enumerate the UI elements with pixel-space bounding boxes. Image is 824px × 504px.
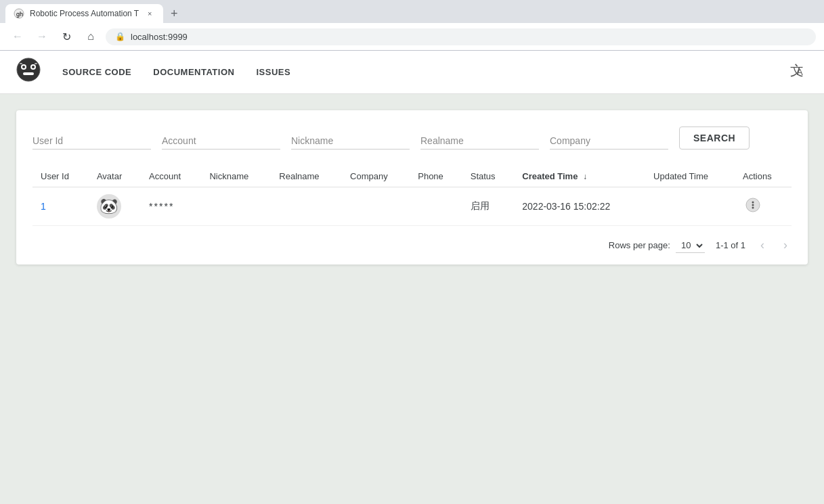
tab-bar: gh Robotic Process Automation T × +	[0, 0, 824, 23]
svg-point-15	[752, 206, 754, 208]
pagination: Rows per page: 10 25 50 1-1 of 1 ‹ ›	[32, 237, 792, 254]
nickname-filter	[291, 133, 410, 150]
svg-point-13	[752, 201, 754, 203]
cell-nickname	[201, 187, 271, 226]
col-realname: Realname	[271, 166, 342, 187]
user-id-link[interactable]: 1	[41, 201, 46, 212]
page-info: 1-1 of 1	[716, 240, 745, 250]
cell-account: *****	[141, 187, 201, 226]
address-bar: ← → ↻ ⌂ 🔒 localhost:9999	[0, 23, 824, 50]
new-tab-button[interactable]: +	[165, 4, 183, 23]
header-row: User Id Avatar Account Nickname Realname	[32, 166, 792, 187]
users-table: User Id Avatar Account Nickname Realname	[32, 166, 792, 226]
tab-favicon: gh	[14, 8, 24, 19]
avatar: 🐼	[97, 194, 121, 219]
nav-source-code[interactable]: SOURCE CODE	[62, 67, 131, 77]
cell-user-id: 1	[32, 187, 89, 226]
app-logo-icon	[16, 58, 41, 87]
col-status: Status	[462, 166, 515, 187]
created-time-value: 2022-03-16 15:02:22	[522, 201, 610, 212]
svg-text:A: A	[797, 67, 803, 77]
svg-rect-9	[35, 63, 37, 64]
main-content: SEARCH User Id Avatar Account Nickname	[0, 94, 824, 281]
table-body: 1 🐼 *****	[32, 187, 792, 226]
cell-status: 启用	[462, 187, 515, 226]
refresh-button[interactable]: ↻	[57, 27, 76, 46]
search-filters: SEARCH	[32, 127, 792, 150]
user-id-input[interactable]	[32, 133, 151, 150]
avatar-container: 🐼	[97, 194, 133, 219]
lock-icon: 🔒	[115, 32, 125, 41]
status-badge: 启用	[471, 200, 490, 211]
back-button[interactable]: ←	[8, 27, 27, 46]
col-nickname: Nickname	[201, 166, 271, 187]
col-avatar: Avatar	[89, 166, 141, 187]
col-phone: Phone	[410, 166, 462, 187]
svg-rect-8	[20, 63, 22, 64]
main-nav: SOURCE CODE DOCUMENTATION ISSUES	[62, 67, 790, 77]
rows-per-page-label: Rows per page:	[609, 240, 670, 250]
active-tab[interactable]: gh Robotic Process Automation T ×	[5, 4, 163, 23]
col-actions: Actions	[735, 166, 792, 187]
svg-text:gh: gh	[16, 11, 23, 18]
cell-realname	[271, 187, 342, 226]
svg-point-14	[752, 204, 754, 206]
next-page-button[interactable]: ›	[779, 237, 792, 254]
cell-avatar: 🐼	[89, 187, 141, 226]
col-created-time[interactable]: Created Time ↓	[514, 166, 645, 187]
tab-close-button[interactable]: ×	[144, 8, 155, 19]
cell-phone	[410, 187, 462, 226]
col-user-id: User Id	[32, 166, 89, 187]
url-text: localhost:9999	[131, 32, 188, 42]
language-switcher-icon[interactable]: 文 A	[790, 62, 808, 83]
company-filter	[550, 133, 668, 150]
col-updated-time: Updated Time	[645, 166, 735, 187]
cell-company	[342, 187, 410, 226]
account-input[interactable]	[162, 133, 280, 150]
nav-documentation[interactable]: DOCUMENTATION	[153, 67, 234, 77]
cell-created-time: 2022-03-16 15:02:22	[514, 187, 645, 226]
col-company: Company	[342, 166, 410, 187]
svg-point-6	[32, 66, 35, 68]
content-card: SEARCH User Id Avatar Account Nickname	[16, 110, 808, 265]
url-bar[interactable]: 🔒 localhost:9999	[106, 28, 816, 45]
tab-title: Robotic Process Automation T	[30, 9, 139, 18]
row-action-button[interactable]	[743, 195, 763, 219]
home-button[interactable]: ⌂	[81, 27, 100, 46]
svg-rect-7	[23, 72, 34, 75]
account-filter	[162, 133, 280, 150]
svg-point-5	[22, 66, 25, 68]
forward-button[interactable]: →	[32, 27, 51, 46]
nickname-input[interactable]	[291, 133, 410, 150]
page-size-select[interactable]: 10 25 50	[676, 238, 705, 253]
nav-issues[interactable]: ISSUES	[256, 67, 290, 77]
svg-point-2	[17, 58, 40, 81]
realname-filter	[420, 133, 539, 150]
col-account: Account	[141, 166, 201, 187]
cell-updated-time	[645, 187, 735, 226]
table-row: 1 🐼 *****	[32, 187, 792, 226]
user-id-filter	[32, 133, 151, 150]
sort-arrow-icon: ↓	[583, 172, 587, 181]
app-header: SOURCE CODE DOCUMENTATION ISSUES 文 A	[0, 51, 824, 94]
rows-per-page: Rows per page: 10 25 50	[609, 238, 705, 253]
realname-input[interactable]	[420, 133, 539, 150]
account-value: *****	[149, 201, 174, 212]
browser-chrome: gh Robotic Process Automation T × + ← → …	[0, 0, 824, 51]
search-button[interactable]: SEARCH	[679, 127, 750, 150]
cell-actions	[735, 187, 792, 226]
prev-page-button[interactable]: ‹	[756, 237, 768, 254]
table-header: User Id Avatar Account Nickname Realname	[32, 166, 792, 187]
company-input[interactable]	[550, 133, 668, 150]
